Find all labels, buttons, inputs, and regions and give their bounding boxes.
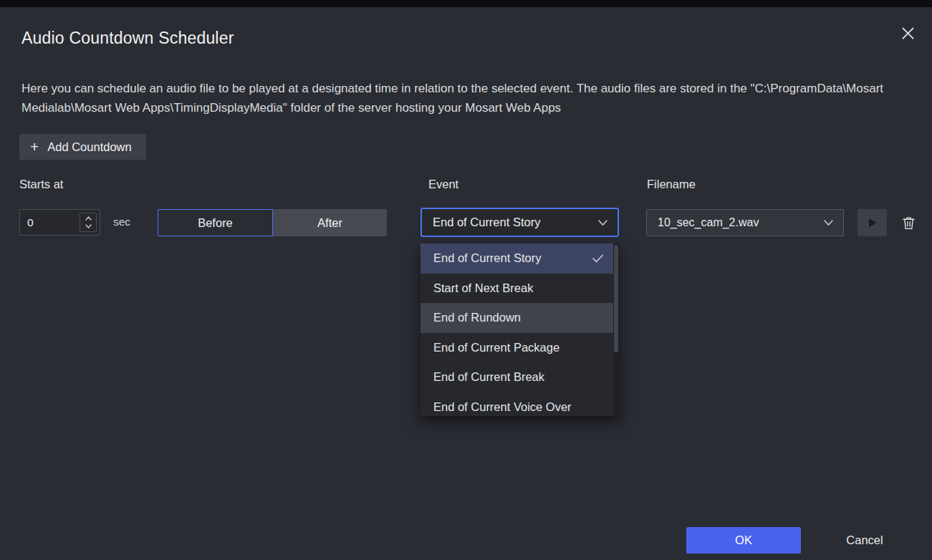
event-option-label: End of Current Break — [433, 370, 544, 384]
dialog-title: Audio Countdown Scheduler — [21, 29, 234, 48]
filename-label: Filename — [647, 178, 696, 191]
play-audio-button[interactable] — [857, 209, 887, 236]
after-button[interactable]: After — [273, 209, 387, 236]
sec-unit-label: sec — [113, 216, 130, 228]
event-option-label: Start of Next Break — [433, 281, 533, 295]
before-after-toggle: Before After — [158, 209, 387, 236]
stepper-down-icon[interactable] — [85, 224, 92, 228]
event-option[interactable]: End of Current Break — [421, 362, 619, 392]
play-icon — [867, 217, 878, 228]
event-dropdown-menu: End of Current Story Start of Next Break… — [421, 243, 619, 416]
starts-at-label: Starts at — [19, 178, 63, 191]
event-option-label: End of Current Voice Over — [433, 400, 572, 414]
event-option-label: End of Rundown — [433, 311, 521, 324]
check-icon — [592, 254, 603, 263]
scrollbar[interactable] — [613, 243, 619, 416]
add-countdown-button[interactable]: + Add Countdown — [19, 134, 146, 160]
event-option[interactable]: End of Rundown — [421, 303, 619, 333]
before-button[interactable]: Before — [158, 209, 273, 236]
ok-button[interactable]: OK — [686, 527, 801, 554]
event-label: Event — [428, 178, 458, 191]
cancel-button[interactable]: Cancel — [831, 527, 898, 554]
delete-countdown-button[interactable] — [897, 212, 920, 233]
dialog-description: Here you can schedule an audio file to b… — [21, 79, 901, 117]
event-option[interactable]: End of Current Package — [421, 333, 619, 363]
event-dropdown-value: End of Current Story — [433, 216, 540, 229]
event-option[interactable]: Start of Next Break — [421, 274, 619, 304]
chevron-down-icon — [824, 220, 833, 226]
plus-icon: + — [30, 139, 39, 154]
filename-dropdown-value: 10_sec_cam_2.wav — [658, 216, 759, 229]
chevron-down-icon — [598, 220, 607, 226]
event-dropdown[interactable]: End of Current Story — [421, 208, 619, 237]
starts-at-field — [19, 209, 100, 236]
trash-icon — [901, 216, 916, 231]
event-option[interactable]: End of Current Voice Over — [421, 392, 619, 417]
filename-dropdown[interactable]: 10_sec_cam_2.wav — [646, 209, 844, 236]
event-option-label: End of Current Package — [433, 341, 559, 354]
event-option-label: End of Current Story — [433, 251, 541, 265]
stepper-up-icon[interactable] — [85, 216, 92, 221]
add-countdown-label: Add Countdown — [47, 140, 131, 154]
close-button[interactable] — [895, 22, 920, 44]
event-option[interactable]: End of Current Story — [421, 243, 619, 274]
number-stepper[interactable] — [80, 213, 97, 232]
window-top-strip — [0, 0, 932, 7]
scrollbar-thumb[interactable] — [614, 245, 618, 352]
close-icon — [901, 26, 915, 40]
audio-countdown-scheduler-dialog: Audio Countdown Scheduler Here you can s… — [0, 0, 932, 560]
